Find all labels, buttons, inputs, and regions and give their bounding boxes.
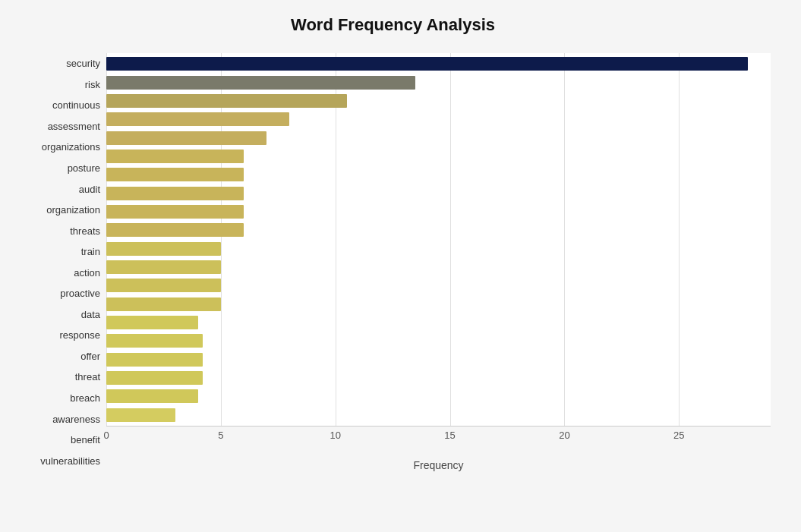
y-label: organization: [15, 200, 100, 221]
bar: [106, 131, 266, 145]
bar: [106, 150, 244, 163]
bar: [106, 57, 748, 71]
y-label: continuous: [15, 95, 100, 116]
y-label: posture: [15, 158, 100, 179]
x-axis: 0510152025: [106, 426, 771, 456]
bar-row: [106, 130, 771, 146]
bar-row: [106, 370, 771, 386]
bar-row: [106, 74, 771, 91]
y-label: threats: [15, 220, 100, 241]
x-tick: 10: [330, 430, 340, 441]
bar-row: [106, 222, 771, 238]
bar-row: [106, 407, 771, 423]
bar: [106, 76, 415, 90]
y-label: awareness: [15, 408, 100, 430]
bar-row: [106, 203, 771, 220]
x-tick: 20: [559, 430, 569, 441]
y-label: proactive: [15, 283, 100, 304]
bar-row: [106, 148, 771, 165]
bar: [106, 408, 175, 422]
x-tick: 0: [103, 430, 109, 441]
bar-row: [106, 277, 771, 294]
bar-row: [106, 388, 771, 405]
y-label: audit: [15, 178, 100, 200]
bars-and-x: 0510152025 Frequency: [106, 53, 771, 471]
bars-list: [106, 53, 771, 426]
bar: [106, 223, 244, 237]
bar: [106, 112, 289, 126]
bar-row: [106, 185, 771, 202]
y-label: data: [15, 304, 100, 326]
bars-area: [106, 53, 771, 426]
chart-title: Word Frequency Analysis: [15, 15, 771, 35]
y-label: security: [15, 53, 100, 74]
bar: [106, 389, 198, 403]
bar: [106, 371, 203, 385]
bar: [106, 316, 198, 329]
x-tick: 15: [444, 430, 455, 441]
bar-row: [106, 259, 771, 275]
y-label: vulnerabilities: [15, 450, 100, 471]
bar: [106, 334, 203, 348]
y-label: benefit: [15, 430, 100, 451]
bar-row: [106, 296, 771, 313]
bar: [106, 353, 203, 367]
y-label: assessment: [15, 116, 100, 137]
bar-row: [106, 314, 771, 331]
bar: [106, 205, 244, 219]
y-label: organizations: [15, 137, 100, 158]
bar-row: [106, 351, 771, 368]
bar: [106, 260, 221, 274]
bar: [106, 187, 244, 200]
x-tick: 5: [218, 430, 223, 441]
y-label: risk: [15, 74, 100, 96]
bar-row: [106, 55, 771, 72]
bar-row: [106, 332, 771, 349]
x-tick: 25: [673, 430, 684, 441]
y-label: offer: [15, 346, 100, 367]
y-axis-labels: securityriskcontinuousassessmentorganiza…: [15, 53, 106, 471]
y-label: threat: [15, 367, 100, 388]
bar-row: [106, 241, 771, 257]
bar-row: [106, 111, 771, 127]
y-label: action: [15, 262, 100, 283]
bar-row: [106, 166, 771, 183]
chart-area: securityriskcontinuousassessmentorganiza…: [15, 53, 771, 471]
bar: [106, 242, 221, 256]
chart-container: Word Frequency Analysis securityriskcont…: [0, 0, 801, 532]
bar: [106, 94, 347, 108]
y-label: response: [15, 325, 100, 346]
y-label: train: [15, 241, 100, 263]
y-label: breach: [15, 388, 100, 409]
bar: [106, 168, 244, 181]
bar: [106, 297, 221, 311]
bar: [106, 279, 221, 292]
x-axis-label: Frequency: [106, 459, 771, 471]
bar-row: [106, 93, 771, 109]
